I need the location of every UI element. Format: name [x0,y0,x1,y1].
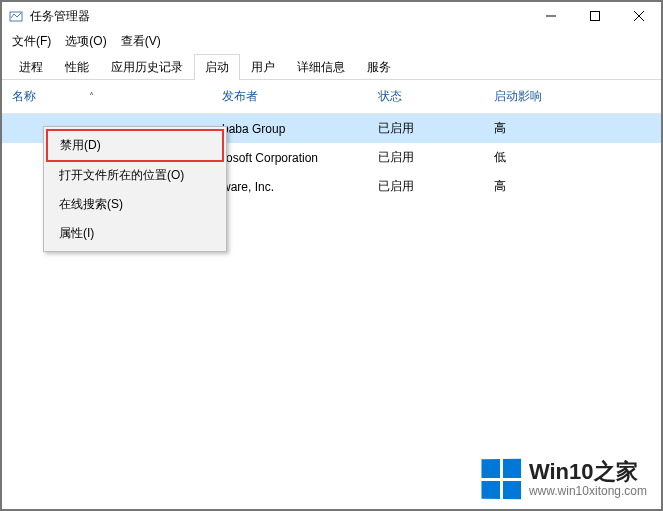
windows-logo-icon [481,459,521,500]
column-status[interactable]: 状态 [378,88,494,105]
menubar: 文件(F) 选项(O) 查看(V) [2,30,661,52]
close-button[interactable] [617,2,661,30]
context-menu: 禁用(D) 打开文件所在的位置(O) 在线搜索(S) 属性(I) [43,126,227,252]
sort-arrow-icon: ˄ [89,91,94,102]
tab-startup[interactable]: 启动 [194,54,240,80]
app-icon [8,8,24,24]
column-name-label: 名称 [12,89,36,103]
tab-processes[interactable]: 进程 [8,54,54,80]
context-item-disable[interactable]: 禁用(D) [46,129,224,162]
watermark-url: www.win10xitong.com [529,485,647,498]
cell-impact: 低 [494,149,661,166]
svg-rect-2 [591,12,600,21]
watermark-text: Win10之家 [529,460,647,484]
minimize-button[interactable] [529,2,573,30]
tab-services[interactable]: 服务 [356,54,402,80]
tab-app-history[interactable]: 应用历史记录 [100,54,194,80]
menu-file[interactable]: 文件(F) [6,31,57,52]
cell-status: 已启用 [378,178,494,195]
tab-details[interactable]: 详细信息 [286,54,356,80]
table-header: 名称 ˄ 发布者 状态 启动影响 [2,80,661,114]
column-name[interactable]: 名称 ˄ [2,88,222,105]
cell-status: 已启用 [378,120,494,137]
cell-status: 已启用 [378,149,494,166]
watermark: Win10之家 www.win10xitong.com [481,459,647,499]
column-publisher[interactable]: 发布者 [222,88,378,105]
cell-publisher: rosoft Corporation [222,151,378,165]
column-impact[interactable]: 启动影响 [494,88,661,105]
task-manager-window: 任务管理器 文件(F) 选项(O) 查看(V) 进程 性能 应用历史记录 启动 … [2,2,661,509]
context-item-properties[interactable]: 属性(I) [47,219,223,248]
context-item-search-online[interactable]: 在线搜索(S) [47,190,223,219]
cell-publisher: ware, Inc. [222,180,378,194]
cell-impact: 高 [494,120,661,137]
context-item-open-location[interactable]: 打开文件所在的位置(O) [47,161,223,190]
cell-publisher: baba Group [222,122,378,136]
tabbar: 进程 性能 应用历史记录 启动 用户 详细信息 服务 [2,52,661,80]
titlebar: 任务管理器 [2,2,661,30]
maximize-button[interactable] [573,2,617,30]
tab-performance[interactable]: 性能 [54,54,100,80]
menu-options[interactable]: 选项(O) [59,31,112,52]
window-title: 任务管理器 [30,8,90,25]
cell-impact: 高 [494,178,661,195]
menu-view[interactable]: 查看(V) [115,31,167,52]
tab-users[interactable]: 用户 [240,54,286,80]
